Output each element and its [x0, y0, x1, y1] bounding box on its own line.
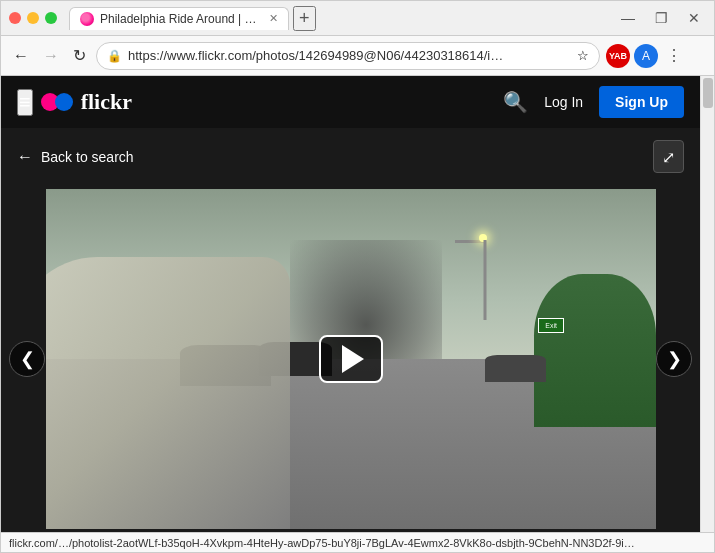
road-sign: Exit: [538, 318, 564, 333]
next-button[interactable]: ❯: [656, 341, 692, 377]
tab-favicon: [80, 12, 94, 26]
nav-actions: YAB A ⋮: [606, 42, 686, 69]
close-icon[interactable]: ✕: [682, 8, 706, 28]
next-icon: ❯: [667, 348, 682, 370]
forward-button[interactable]: →: [39, 43, 63, 69]
hamburger-menu-button[interactable]: ≡: [17, 89, 33, 116]
status-bar: flickr.com/…/photolist-2aotWLf-b35qoH-4X…: [1, 532, 714, 552]
lock-icon: 🔒: [107, 49, 122, 63]
title-bar-actions: — ❐ ✕: [615, 8, 706, 28]
tab-title: Philadelphia Ride Around | Ride …: [100, 12, 261, 26]
tab-close-icon[interactable]: ✕: [269, 12, 278, 25]
play-triangle-icon: [342, 345, 364, 373]
browser-frame: Philadelphia Ride Around | Ride … ✕ + — …: [0, 0, 715, 553]
expand-icon: ⤢: [662, 149, 675, 166]
prev-icon: ❮: [20, 348, 35, 370]
flickr-logo: flickr: [41, 89, 132, 115]
reload-button[interactable]: ↻: [69, 42, 90, 69]
nav-bar: ← → ↻ 🔒 https://www.flickr.com/photos/14…: [1, 36, 714, 76]
tab-bar: Philadelphia Ride Around | Ride … ✕ +: [69, 6, 607, 31]
minimize-icon[interactable]: —: [615, 8, 641, 28]
title-bar: Philadelphia Ride Around | Ride … ✕ + — …: [1, 1, 714, 36]
expand-button[interactable]: ⤢: [653, 140, 684, 173]
flickr-logo-text: flickr: [81, 89, 132, 115]
scrollbar-thumb[interactable]: [703, 78, 713, 108]
status-text: flickr.com/…/photolist-2aotWLf-b35qoH-4X…: [9, 537, 635, 549]
play-button[interactable]: [319, 335, 383, 383]
video-container: ❮: [1, 185, 700, 532]
video-scene: Exit: [46, 189, 656, 529]
back-bar: ← Back to search ⤢: [1, 128, 700, 185]
search-icon[interactable]: 🔍: [503, 90, 528, 114]
back-button[interactable]: ←: [9, 43, 33, 69]
back-arrow-icon: ←: [17, 148, 33, 166]
minimize-window-button[interactable]: [27, 12, 39, 24]
new-tab-button[interactable]: +: [293, 6, 316, 31]
window-controls: [9, 12, 57, 24]
page-scrollbar[interactable]: [700, 76, 714, 532]
car-foreground: [46, 257, 290, 529]
sign-up-button[interactable]: Sign Up: [599, 86, 684, 118]
streetlight-pole: [483, 240, 486, 320]
log-in-button[interactable]: Log In: [544, 94, 583, 110]
url-text: https://www.flickr.com/photos/142694989@…: [128, 48, 571, 63]
back-to-search-label: Back to search: [41, 149, 134, 165]
extension-icon[interactable]: YAB: [606, 44, 630, 68]
page-inner: ≡ flickr 🔍 Log In Sign Up ← Back to sear…: [1, 76, 700, 532]
trees: [534, 274, 656, 427]
profile-avatar[interactable]: A: [634, 44, 658, 68]
flickr-dot-blue: [55, 93, 73, 111]
flickr-header: ≡ flickr 🔍 Log In Sign Up: [1, 76, 700, 128]
menu-button[interactable]: ⋮: [662, 42, 686, 69]
restore-icon[interactable]: ❐: [649, 8, 674, 28]
address-bar[interactable]: 🔒 https://www.flickr.com/photos/14269498…: [96, 42, 600, 70]
back-to-search-link[interactable]: ← Back to search: [17, 148, 134, 166]
video-wrapper[interactable]: Exit: [46, 189, 656, 529]
active-tab[interactable]: Philadelphia Ride Around | Ride … ✕: [69, 7, 289, 30]
maximize-window-button[interactable]: [45, 12, 57, 24]
car-right: [485, 355, 546, 382]
prev-button[interactable]: ❮: [9, 341, 45, 377]
page-content: ≡ flickr 🔍 Log In Sign Up ← Back to sear…: [1, 76, 714, 532]
close-window-button[interactable]: [9, 12, 21, 24]
bookmark-icon[interactable]: ☆: [577, 48, 589, 63]
